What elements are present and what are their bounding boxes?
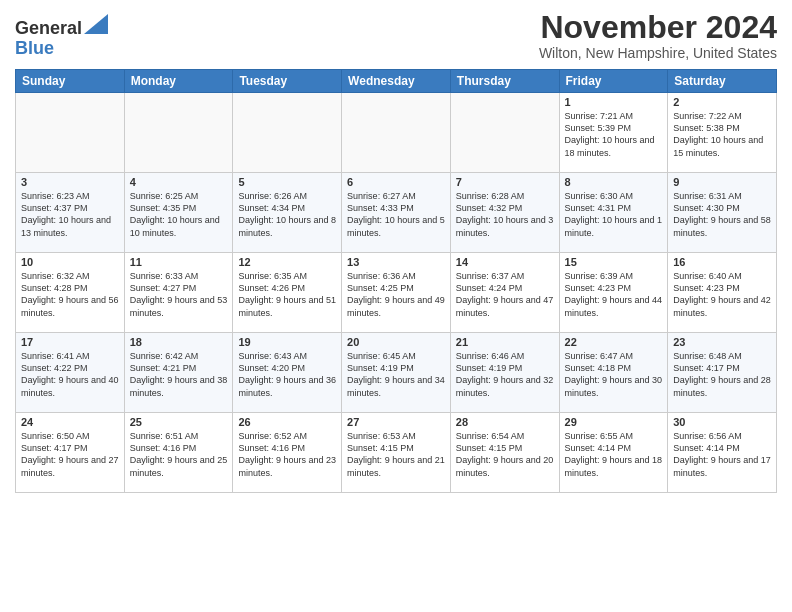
cell-sun-info: Sunrise: 6:42 AM Sunset: 4:21 PM Dayligh… (130, 350, 228, 399)
calendar-cell: 15Sunrise: 6:39 AM Sunset: 4:23 PM Dayli… (559, 253, 668, 333)
calendar-cell: 19Sunrise: 6:43 AM Sunset: 4:20 PM Dayli… (233, 333, 342, 413)
cell-sun-info: Sunrise: 6:32 AM Sunset: 4:28 PM Dayligh… (21, 270, 119, 319)
calendar-table: SundayMondayTuesdayWednesdayThursdayFrid… (15, 69, 777, 493)
calendar-header-row: SundayMondayTuesdayWednesdayThursdayFrid… (16, 70, 777, 93)
calendar-cell: 13Sunrise: 6:36 AM Sunset: 4:25 PM Dayli… (342, 253, 451, 333)
cell-sun-info: Sunrise: 6:54 AM Sunset: 4:15 PM Dayligh… (456, 430, 554, 479)
calendar-cell: 16Sunrise: 6:40 AM Sunset: 4:23 PM Dayli… (668, 253, 777, 333)
calendar-cell (124, 93, 233, 173)
cell-sun-info: Sunrise: 6:37 AM Sunset: 4:24 PM Dayligh… (456, 270, 554, 319)
day-number: 16 (673, 256, 771, 268)
cell-sun-info: Sunrise: 6:25 AM Sunset: 4:35 PM Dayligh… (130, 190, 228, 239)
calendar-cell (342, 93, 451, 173)
day-number: 13 (347, 256, 445, 268)
cell-sun-info: Sunrise: 6:46 AM Sunset: 4:19 PM Dayligh… (456, 350, 554, 399)
day-number: 22 (565, 336, 663, 348)
cell-sun-info: Sunrise: 6:52 AM Sunset: 4:16 PM Dayligh… (238, 430, 336, 479)
svg-marker-0 (84, 14, 108, 34)
day-number: 1 (565, 96, 663, 108)
day-number: 11 (130, 256, 228, 268)
cell-sun-info: Sunrise: 6:47 AM Sunset: 4:18 PM Dayligh… (565, 350, 663, 399)
calendar-week-row: 17Sunrise: 6:41 AM Sunset: 4:22 PM Dayli… (16, 333, 777, 413)
day-number: 3 (21, 176, 119, 188)
calendar-cell: 17Sunrise: 6:41 AM Sunset: 4:22 PM Dayli… (16, 333, 125, 413)
calendar-cell: 11Sunrise: 6:33 AM Sunset: 4:27 PM Dayli… (124, 253, 233, 333)
day-number: 30 (673, 416, 771, 428)
calendar-cell: 14Sunrise: 6:37 AM Sunset: 4:24 PM Dayli… (450, 253, 559, 333)
day-number: 8 (565, 176, 663, 188)
cell-sun-info: Sunrise: 6:28 AM Sunset: 4:32 PM Dayligh… (456, 190, 554, 239)
day-number: 21 (456, 336, 554, 348)
calendar-cell: 27Sunrise: 6:53 AM Sunset: 4:15 PM Dayli… (342, 413, 451, 493)
weekday-header: Wednesday (342, 70, 451, 93)
cell-sun-info: Sunrise: 7:22 AM Sunset: 5:38 PM Dayligh… (673, 110, 771, 159)
cell-sun-info: Sunrise: 6:56 AM Sunset: 4:14 PM Dayligh… (673, 430, 771, 479)
cell-sun-info: Sunrise: 6:39 AM Sunset: 4:23 PM Dayligh… (565, 270, 663, 319)
day-number: 19 (238, 336, 336, 348)
calendar-cell: 28Sunrise: 6:54 AM Sunset: 4:15 PM Dayli… (450, 413, 559, 493)
page: General Blue November 2024 Wilton, New H… (0, 0, 792, 612)
calendar-cell: 26Sunrise: 6:52 AM Sunset: 4:16 PM Dayli… (233, 413, 342, 493)
cell-sun-info: Sunrise: 6:31 AM Sunset: 4:30 PM Dayligh… (673, 190, 771, 239)
cell-sun-info: Sunrise: 6:36 AM Sunset: 4:25 PM Dayligh… (347, 270, 445, 319)
weekday-header: Thursday (450, 70, 559, 93)
cell-sun-info: Sunrise: 6:33 AM Sunset: 4:27 PM Dayligh… (130, 270, 228, 319)
day-number: 24 (21, 416, 119, 428)
calendar-cell: 30Sunrise: 6:56 AM Sunset: 4:14 PM Dayli… (668, 413, 777, 493)
title-block: November 2024 Wilton, New Hampshire, Uni… (539, 10, 777, 61)
calendar-cell: 25Sunrise: 6:51 AM Sunset: 4:16 PM Dayli… (124, 413, 233, 493)
weekday-header: Monday (124, 70, 233, 93)
logo: General Blue (15, 14, 108, 59)
day-number: 14 (456, 256, 554, 268)
calendar-week-row: 24Sunrise: 6:50 AM Sunset: 4:17 PM Dayli… (16, 413, 777, 493)
calendar-cell: 4Sunrise: 6:25 AM Sunset: 4:35 PM Daylig… (124, 173, 233, 253)
day-number: 25 (130, 416, 228, 428)
day-number: 29 (565, 416, 663, 428)
day-number: 17 (21, 336, 119, 348)
calendar-cell: 12Sunrise: 6:35 AM Sunset: 4:26 PM Dayli… (233, 253, 342, 333)
calendar-cell: 23Sunrise: 6:48 AM Sunset: 4:17 PM Dayli… (668, 333, 777, 413)
day-number: 26 (238, 416, 336, 428)
day-number: 6 (347, 176, 445, 188)
cell-sun-info: Sunrise: 6:53 AM Sunset: 4:15 PM Dayligh… (347, 430, 445, 479)
calendar-cell (233, 93, 342, 173)
day-number: 4 (130, 176, 228, 188)
day-number: 10 (21, 256, 119, 268)
day-number: 28 (456, 416, 554, 428)
calendar-cell (450, 93, 559, 173)
weekday-header: Sunday (16, 70, 125, 93)
calendar-cell: 29Sunrise: 6:55 AM Sunset: 4:14 PM Dayli… (559, 413, 668, 493)
cell-sun-info: Sunrise: 6:23 AM Sunset: 4:37 PM Dayligh… (21, 190, 119, 239)
cell-sun-info: Sunrise: 6:40 AM Sunset: 4:23 PM Dayligh… (673, 270, 771, 319)
logo-general-text: General (15, 18, 82, 38)
location-text: Wilton, New Hampshire, United States (539, 45, 777, 61)
calendar-cell: 3Sunrise: 6:23 AM Sunset: 4:37 PM Daylig… (16, 173, 125, 253)
calendar-cell: 7Sunrise: 6:28 AM Sunset: 4:32 PM Daylig… (450, 173, 559, 253)
month-title: November 2024 (539, 10, 777, 45)
weekday-header: Tuesday (233, 70, 342, 93)
calendar-week-row: 10Sunrise: 6:32 AM Sunset: 4:28 PM Dayli… (16, 253, 777, 333)
calendar-cell: 2Sunrise: 7:22 AM Sunset: 5:38 PM Daylig… (668, 93, 777, 173)
calendar-cell: 20Sunrise: 6:45 AM Sunset: 4:19 PM Dayli… (342, 333, 451, 413)
cell-sun-info: Sunrise: 6:30 AM Sunset: 4:31 PM Dayligh… (565, 190, 663, 239)
calendar-cell: 21Sunrise: 6:46 AM Sunset: 4:19 PM Dayli… (450, 333, 559, 413)
cell-sun-info: Sunrise: 6:41 AM Sunset: 4:22 PM Dayligh… (21, 350, 119, 399)
day-number: 5 (238, 176, 336, 188)
calendar-week-row: 3Sunrise: 6:23 AM Sunset: 4:37 PM Daylig… (16, 173, 777, 253)
cell-sun-info: Sunrise: 6:50 AM Sunset: 4:17 PM Dayligh… (21, 430, 119, 479)
day-number: 20 (347, 336, 445, 348)
cell-sun-info: Sunrise: 6:45 AM Sunset: 4:19 PM Dayligh… (347, 350, 445, 399)
weekday-header: Friday (559, 70, 668, 93)
calendar-cell: 8Sunrise: 6:30 AM Sunset: 4:31 PM Daylig… (559, 173, 668, 253)
calendar-week-row: 1Sunrise: 7:21 AM Sunset: 5:39 PM Daylig… (16, 93, 777, 173)
calendar-cell: 18Sunrise: 6:42 AM Sunset: 4:21 PM Dayli… (124, 333, 233, 413)
calendar-cell (16, 93, 125, 173)
day-number: 23 (673, 336, 771, 348)
calendar-cell: 22Sunrise: 6:47 AM Sunset: 4:18 PM Dayli… (559, 333, 668, 413)
calendar-cell: 9Sunrise: 6:31 AM Sunset: 4:30 PM Daylig… (668, 173, 777, 253)
day-number: 15 (565, 256, 663, 268)
calendar-cell: 5Sunrise: 6:26 AM Sunset: 4:34 PM Daylig… (233, 173, 342, 253)
cell-sun-info: Sunrise: 6:26 AM Sunset: 4:34 PM Dayligh… (238, 190, 336, 239)
cell-sun-info: Sunrise: 6:43 AM Sunset: 4:20 PM Dayligh… (238, 350, 336, 399)
logo-icon (84, 14, 108, 34)
